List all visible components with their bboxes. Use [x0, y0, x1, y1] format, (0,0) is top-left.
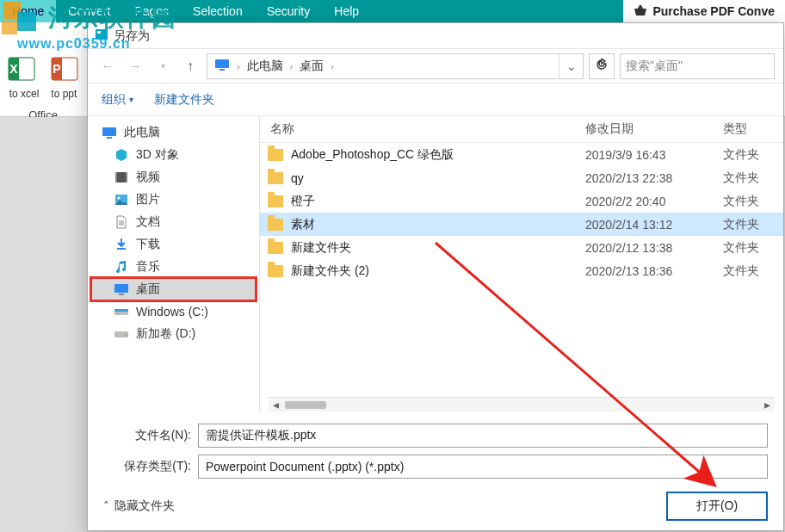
cube-icon: [114, 147, 129, 163]
tree-label: 此电脑: [124, 125, 160, 140]
folder-icon: [260, 195, 291, 207]
menu-convert[interactable]: Convert: [56, 0, 122, 22]
filename-input[interactable]: 需提供证件模板.pptx: [198, 424, 768, 448]
nav-back[interactable]: ←: [96, 55, 119, 77]
list-body: Adobe_Photoshop_CC 绿色版2019/3/9 16:43文件夹q…: [260, 143, 783, 282]
scroll-thumb[interactable]: [285, 401, 326, 409]
list-item[interactable]: Adobe_Photoshop_CC 绿色版2019/3/9 16:43文件夹: [260, 143, 783, 166]
basket-icon: [634, 4, 647, 19]
to-excel-label: to xcel: [9, 88, 40, 100]
menubar: Home Convert Pages Selection Security He…: [0, 0, 785, 22]
item-type: 文件夹: [723, 263, 783, 279]
item-date: 2020/2/2 20:40: [585, 195, 723, 208]
dialog-footer: ˄ 隐藏文件夹 打开(O): [88, 482, 783, 530]
breadcrumb[interactable]: › 此电脑 › 桌面 › ⌄: [207, 53, 584, 79]
film-icon: [114, 170, 129, 185]
tree-item-3d[interactable]: 3D 对象: [91, 144, 256, 166]
music-icon: [114, 259, 129, 275]
col-name[interactable]: 名称: [260, 121, 585, 137]
list-item[interactable]: 素材2020/2/14 13:12文件夹: [260, 213, 783, 236]
filetype-label: 保存类型(T):: [103, 459, 198, 474]
tree-label: 音乐: [136, 259, 160, 275]
item-date: 2020/2/13 22:38: [585, 171, 723, 185]
tree-item-downloads[interactable]: 下载: [91, 233, 256, 256]
tree-item-pictures[interactable]: 图片: [91, 189, 256, 211]
svg-text:P: P: [53, 62, 60, 76]
tree-item-videos[interactable]: 视频: [91, 166, 256, 189]
item-type: 文件夹: [723, 147, 783, 163]
menu-selection[interactable]: Selection: [181, 0, 255, 22]
folder-icon: [260, 219, 291, 231]
item-date: 2020/2/12 13:38: [585, 241, 723, 255]
col-date[interactable]: 修改日期: [585, 121, 723, 137]
horizontal-scrollbar[interactable]: ◂ ▸: [269, 397, 775, 411]
tree-label: 文档: [136, 214, 160, 230]
scroll-right-icon[interactable]: ▸: [760, 398, 775, 411]
document-icon: [114, 214, 129, 230]
download-icon: [114, 237, 129, 252]
hide-folders-button[interactable]: ˄ 隐藏文件夹: [103, 498, 175, 514]
to-ppt-button[interactable]: P: [47, 52, 82, 86]
open-button[interactable]: 打开(O): [666, 492, 768, 521]
list-item[interactable]: 新建文件夹2020/2/12 13:38文件夹: [260, 236, 783, 259]
tree-item-music[interactable]: 音乐: [91, 256, 256, 278]
item-name: qy: [291, 171, 585, 185]
list-item[interactable]: 新建文件夹 (2)2020/2/13 18:36文件夹: [260, 259, 783, 282]
item-name: 新建文件夹: [291, 240, 585, 256]
search-input[interactable]: 搜索"桌面": [620, 53, 775, 79]
tree-item-drive-d[interactable]: 新加卷 (D:): [91, 323, 256, 345]
organize-button[interactable]: 组织 ▾: [102, 92, 133, 108]
svg-point-19: [117, 196, 120, 199]
save-as-dialog: 另存为 ← → ▾ ↑ › 此电脑 › 桌面 › ⌄ 搜索"桌面" 组织: [87, 22, 784, 531]
file-list: 名称 修改日期 类型 Adobe_Photoshop_CC 绿色版2019/3/…: [260, 116, 783, 411]
crumb-pc[interactable]: 此电脑: [244, 54, 287, 78]
refresh-button[interactable]: [589, 53, 615, 79]
list-header[interactable]: 名称 修改日期 类型: [260, 116, 783, 143]
item-type: 文件夹: [723, 170, 783, 186]
to-excel-button[interactable]: X: [4, 52, 39, 86]
nav-up[interactable]: ↑: [179, 55, 201, 77]
list-item[interactable]: 橙子2020/2/2 20:40文件夹: [260, 189, 783, 213]
dialog-titlebar: 另存为: [88, 23, 783, 49]
scroll-left-icon[interactable]: ◂: [269, 398, 283, 411]
tree-label: 桌面: [136, 281, 160, 297]
nav-recent[interactable]: ▾: [151, 55, 174, 77]
nav-forward[interactable]: →: [124, 55, 146, 77]
new-folder-button[interactable]: 新建文件夹: [154, 92, 214, 108]
svg-rect-16: [115, 172, 117, 182]
arrow-up-icon: ↑: [187, 59, 194, 74]
tree-item-drive-c[interactable]: Windows (C:): [91, 300, 256, 323]
tree-item-this-pc[interactable]: 此电脑: [91, 121, 256, 144]
menu-pages[interactable]: Pages: [122, 0, 181, 22]
dialog-toolbar: 组织 ▾ 新建文件夹: [88, 84, 783, 116]
item-name: 素材: [291, 217, 585, 232]
crumb-desktop[interactable]: 桌面: [296, 54, 327, 78]
breadcrumb-dropdown[interactable]: ⌄: [559, 54, 583, 78]
menu-home[interactable]: Home: [0, 0, 56, 22]
filetype-select[interactable]: Powerpoint Document (.pptx) (*.pptx): [198, 455, 768, 479]
open-button-label: 打开(O): [696, 498, 738, 514]
tree-item-desktop[interactable]: 桌面: [91, 278, 256, 300]
col-type[interactable]: 类型: [723, 121, 783, 137]
item-type: 文件夹: [723, 194, 783, 209]
search-placeholder: 搜索"桌面": [626, 59, 683, 74]
to-ppt-label: to ppt: [51, 88, 77, 100]
folder-icon: [260, 149, 291, 161]
svg-rect-9: [96, 29, 108, 40]
ribbon-group-office: X P to xcel to ppt Office: [0, 22, 86, 116]
tree-item-documents[interactable]: 文档: [91, 211, 256, 233]
folder-tree[interactable]: 此电脑 3D 对象 视频 图片 文档 下载: [88, 116, 260, 411]
tree-label: 下载: [136, 237, 160, 252]
filename-label: 文件名(N):: [103, 428, 198, 443]
purchase-button[interactable]: Purchase PDF Conve: [623, 0, 785, 22]
svg-rect-22: [119, 294, 124, 295]
filetype-row: 保存类型(T): Powerpoint Document (.pptx) (*.…: [88, 451, 783, 482]
list-item[interactable]: qy2020/2/13 22:38文件夹: [260, 166, 783, 189]
svg-rect-20: [117, 248, 126, 250]
item-type: 文件夹: [723, 240, 783, 256]
svg-rect-11: [215, 59, 229, 68]
menu-help[interactable]: Help: [322, 0, 371, 22]
chevron-up-icon: ˄: [103, 499, 109, 513]
menu-security[interactable]: Security: [255, 0, 323, 22]
svg-rect-13: [102, 127, 116, 136]
